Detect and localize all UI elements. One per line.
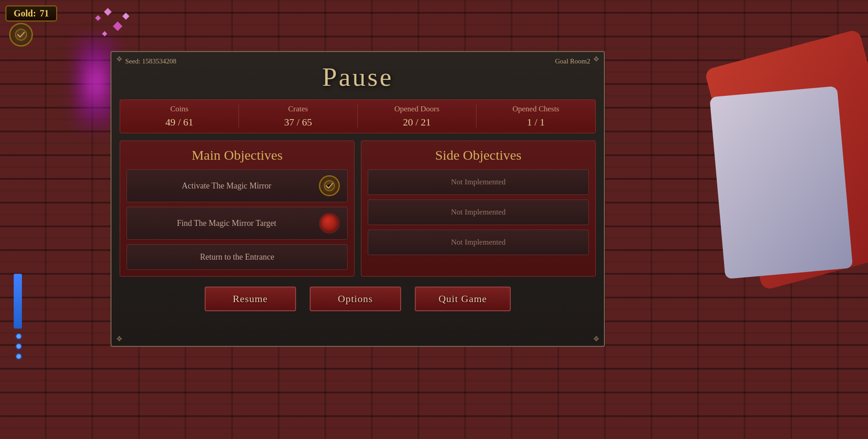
main-objectives-panel: Main Objectives Activate The Magic Mirro…	[120, 141, 355, 277]
doors-value: 20 / 21	[358, 116, 476, 128]
pause-dialog: ❖ ❖ Seed: 1583534208 Goal Room2 Pause Co…	[111, 51, 605, 347]
side-objective-1-label: Not Implemented	[451, 178, 505, 187]
gold-hud: Gold: 71	[5, 5, 57, 21]
crates-value: 37 / 65	[239, 116, 357, 128]
stat-crates: Crates 37 / 65	[239, 105, 358, 128]
coins-label: Coins	[120, 105, 238, 114]
side-objective-1: Not Implemented	[368, 169, 589, 195]
corner-bl-icon: ❖	[116, 334, 122, 343]
side-objectives-title: Side Objectives	[368, 147, 589, 163]
gold-value: 71	[40, 8, 49, 19]
buttons-row: Resume Options Quit Game	[111, 287, 604, 311]
right-decoration	[594, 0, 868, 439]
health-bar	[14, 274, 22, 329]
side-objectives-panel: Side Objectives Not Implemented Not Impl…	[361, 141, 596, 277]
side-objective-3: Not Implemented	[368, 230, 589, 255]
side-objective-2: Not Implemented	[368, 199, 589, 225]
objective-return-entrance: Return to the Entrance	[127, 244, 348, 270]
seed-text: Seed: 1583534208	[125, 57, 176, 65]
objective-find-target-label: Find The Magic Mirror Target	[134, 219, 319, 228]
main-objectives-title: Main Objectives	[127, 147, 348, 163]
stat-doors: Opened Doors 20 / 21	[358, 105, 476, 128]
player-badge	[9, 23, 33, 47]
gold-label: Gold:	[14, 8, 36, 19]
pause-title: Pause	[111, 62, 604, 92]
completed-icon	[319, 175, 340, 196]
svg-point-0	[16, 29, 26, 40]
deco-white-shape	[709, 86, 853, 279]
resume-button[interactable]: Resume	[205, 287, 296, 311]
coins-value: 49 / 61	[120, 116, 238, 128]
stat-coins: Coins 49 / 61	[120, 105, 239, 128]
side-objective-3-label: Not Implemented	[451, 238, 505, 247]
doors-label: Opened Doors	[358, 105, 476, 114]
chests-value: 1 / 1	[476, 116, 595, 128]
objective-activate-mirror: Activate The Magic Mirror	[127, 169, 348, 202]
objective-activate-mirror-label: Activate The Magic Mirror	[134, 181, 319, 191]
in-progress-icon	[319, 213, 340, 234]
objective-return-entrance-label: Return to the Entrance	[134, 252, 340, 262]
quit-button[interactable]: Quit Game	[415, 287, 511, 311]
resource-dots	[16, 333, 22, 360]
goal-text: Goal Room2	[555, 57, 590, 65]
dot-3	[16, 353, 22, 360]
stats-row: Coins 49 / 61 Crates 37 / 65 Opened Door…	[120, 99, 596, 133]
objectives-area: Main Objectives Activate The Magic Mirro…	[120, 141, 596, 277]
stat-chests: Opened Chests 1 / 1	[476, 105, 595, 128]
side-objective-2-label: Not Implemented	[451, 208, 505, 217]
options-button[interactable]: Options	[310, 287, 401, 311]
dot-1	[16, 333, 22, 340]
badge-checkmark-icon	[15, 28, 27, 41]
objective-find-target: Find The Magic Mirror Target	[127, 207, 348, 240]
crates-label: Crates	[239, 105, 357, 114]
corner-br-icon: ❖	[593, 334, 599, 343]
chests-label: Opened Chests	[476, 105, 595, 114]
dot-2	[16, 343, 22, 350]
